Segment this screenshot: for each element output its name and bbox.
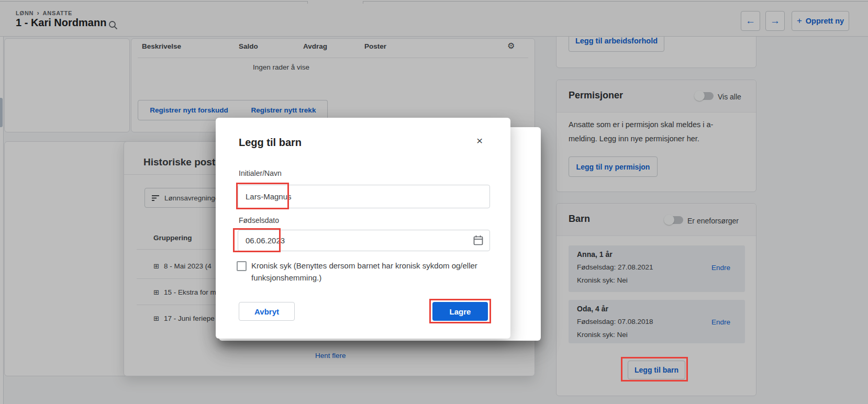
dob-field-label: Fødselsdato xyxy=(239,216,279,225)
save-button[interactable]: Lagre xyxy=(432,302,488,321)
chronic-sick-checkbox[interactable] xyxy=(237,261,247,271)
calendar-icon[interactable] xyxy=(473,235,483,245)
close-icon[interactable]: × xyxy=(476,135,483,146)
modal-title: Legg til barn xyxy=(239,137,302,149)
name-input[interactable] xyxy=(238,185,490,208)
dob-input[interactable] xyxy=(238,230,490,251)
chronic-sick-checkbox-label: Kronisk syk (Benyttes dersom barnet har … xyxy=(251,260,488,284)
cancel-button[interactable]: Avbryt xyxy=(239,302,295,321)
add-child-modal: Legg til barn × Initialer/Navn Fødselsda… xyxy=(216,118,510,339)
name-field-label: Initialer/Navn xyxy=(239,169,282,177)
